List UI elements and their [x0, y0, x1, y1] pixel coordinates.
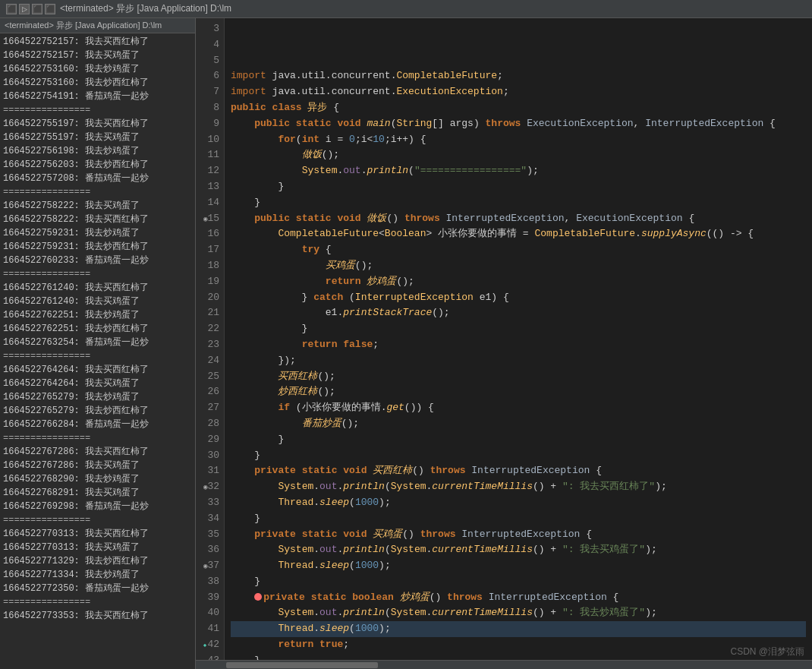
- list-item: 1664522756198: 我去炒鸡蛋了: [3, 144, 192, 158]
- code-line: System.out.println(System.currentTimeMil…: [231, 479, 806, 495]
- list-item: ================: [3, 595, 192, 609]
- code-line: Thread.sleep(1000);: [231, 495, 806, 511]
- list-item: ================: [3, 267, 192, 281]
- list-item: 1664522757208: 番茄鸡蛋一起炒: [3, 172, 192, 185]
- list-item: 1664522755197: 我去买鸡蛋了: [3, 131, 192, 144]
- list-item: 1664522759231: 我去炒西红柿了: [3, 240, 192, 254]
- code-line: for(int i = 0;i<10;i++) {: [231, 132, 806, 148]
- line-number: 16: [199, 226, 219, 242]
- list-item: 1664522752157: 我去买鸡蛋了: [3, 49, 192, 62]
- code-line: public static void 做饭() throws Interrupt…: [231, 211, 806, 227]
- line-number: 43: [199, 653, 219, 660]
- line-number: 3: [199, 21, 219, 37]
- line-number: 9: [199, 116, 219, 132]
- code-line: System.out.println(System.currentTimeMil…: [231, 605, 806, 621]
- code-line: 买鸡蛋();: [231, 258, 806, 274]
- list-item: 1664522768290: 我去炒鸡蛋了: [3, 472, 192, 486]
- list-item: 1664522758222: 我去买西红柿了: [3, 213, 192, 226]
- line-number: 11: [199, 147, 219, 163]
- line-numbers: 34567891011121314◉1516171819202122232425…: [196, 18, 225, 660]
- list-item: 1664522753160: 我去炒西红柿了: [3, 76, 192, 90]
- code-line: return false;: [231, 337, 806, 353]
- code-line: import java.util.concurrent.ExecutionExc…: [231, 84, 806, 100]
- code-line: e1.printStackTrace();: [231, 305, 806, 321]
- line-number: 13: [199, 179, 219, 195]
- toolbar-btn-3[interactable]: ⬛: [32, 4, 42, 14]
- line-number: 20: [199, 290, 219, 306]
- title-bar: ⬛ ▷ ⬛ ⬛ <terminated> 异步 [Java Applicatio…: [0, 0, 812, 18]
- console-output[interactable]: 1664522752157: 我去买西红柿了1664522752157: 我去买…: [0, 33, 195, 669]
- line-number: 30: [199, 448, 219, 464]
- line-number: 6: [199, 68, 219, 84]
- toolbar-btn-1[interactable]: ⬛: [6, 4, 17, 14]
- list-item: 1664522772350: 番茄鸡蛋一起炒: [3, 582, 192, 595]
- list-item: 1664522771334: 我去炒鸡蛋了: [3, 568, 192, 582]
- toolbar-btn-2[interactable]: ▷: [19, 4, 30, 14]
- code-line: }: [231, 432, 806, 448]
- code-line: private static void 买西红柿() throws Interr…: [231, 463, 806, 479]
- line-number: 10: [199, 132, 219, 148]
- code-line: if (小张你要做的事情.get()) {: [231, 400, 806, 416]
- code-line: private static void 买鸡蛋() throws Interru…: [231, 527, 806, 543]
- list-item: 1664522762251: 我去炒西红柿了: [3, 322, 192, 336]
- code-line: import java.util.concurrent.CompletableF…: [231, 68, 806, 84]
- list-item: 1664522754191: 番茄鸡蛋一起炒: [3, 90, 192, 103]
- code-line: public static void main(String[] args) t…: [231, 116, 806, 132]
- watermark: CSDN @泪梦弦雨: [730, 645, 804, 658]
- code-line: 番茄炒蛋();: [231, 416, 806, 432]
- code-line: public class 异步 {: [231, 100, 806, 116]
- list-item: 1664522759231: 我去炒鸡蛋了: [3, 226, 192, 240]
- list-item: 1664522767286: 我去买鸡蛋了: [3, 459, 192, 472]
- line-number: ◉37: [199, 558, 219, 574]
- list-item: 1664522761240: 我去买西红柿了: [3, 281, 192, 295]
- code-line: }: [231, 321, 806, 337]
- list-item: 1664522760233: 番茄鸡蛋一起炒: [3, 254, 192, 267]
- list-item: 1664522766284: 番茄鸡蛋一起炒: [3, 418, 192, 431]
- code-area[interactable]: 34567891011121314◉1516171819202122232425…: [196, 18, 812, 660]
- code-line: return true;: [231, 637, 806, 653]
- code-line: }: [231, 448, 806, 464]
- console-panel: <terminated> 异步 [Java Application] D:\lm…: [0, 18, 196, 669]
- list-item: 1664522756203: 我去炒西红柿了: [3, 158, 192, 172]
- list-item: ================: [3, 513, 192, 527]
- code-line: }: [231, 653, 806, 660]
- list-item: 1664522764264: 我去买鸡蛋了: [3, 377, 192, 390]
- line-number: 14: [199, 195, 219, 211]
- code-line: }: [231, 195, 806, 211]
- code-line: }: [231, 179, 806, 195]
- code-line: Thread.sleep(1000);: [231, 558, 806, 574]
- line-number: 29: [199, 432, 219, 448]
- editor-panel: 34567891011121314◉1516171819202122232425…: [196, 18, 812, 669]
- toolbar-icons[interactable]: ⬛ ▷ ⬛ ⬛: [6, 4, 55, 14]
- code-line: CompletableFuture<Boolean> 小张你要做的事情 = Co…: [231, 226, 806, 242]
- line-number: ⬥42: [199, 637, 219, 653]
- line-number: 33: [199, 495, 219, 511]
- line-number: ◉15: [199, 211, 219, 227]
- scrollbar-thumb[interactable]: [226, 662, 378, 668]
- code-line: 买西红柿();: [231, 369, 806, 385]
- list-item: 1664522764264: 我去买西红柿了: [3, 363, 192, 377]
- line-number: 12: [199, 163, 219, 179]
- console-header: <terminated> 异步 [Java Application] D:\lm: [0, 18, 195, 33]
- code-line: private static boolean 炒鸡蛋() throws Inte…: [231, 590, 806, 606]
- list-item: 1664522758222: 我去买鸡蛋了: [3, 199, 192, 213]
- line-number: 36: [199, 542, 219, 558]
- list-item: 1664522765279: 我去炒鸡蛋了: [3, 390, 192, 404]
- toolbar-btn-4[interactable]: ⬛: [45, 4, 55, 14]
- line-number: 40: [199, 605, 219, 621]
- code-line: });: [231, 353, 806, 369]
- list-item: 1664522752157: 我去买西红柿了: [3, 35, 192, 49]
- code-line: System.out.println("=================");: [231, 163, 806, 179]
- line-number: 41: [199, 621, 219, 637]
- horizontal-scrollbar[interactable]: [196, 660, 812, 669]
- list-item: 1664522773353: 我去买西红柿了: [3, 609, 192, 623]
- list-item: ================: [3, 185, 192, 199]
- list-item: 1664522770313: 我去买西红柿了: [3, 527, 192, 541]
- line-number: 31: [199, 463, 219, 479]
- list-item: 1664522771329: 我去炒西红柿了: [3, 554, 192, 568]
- line-number: 34: [199, 511, 219, 527]
- list-item: 1664522765279: 我去炒西红柿了: [3, 404, 192, 418]
- line-number: 24: [199, 353, 219, 369]
- code-line: try {: [231, 242, 806, 258]
- code-line: System.out.println(System.currentTimeMil…: [231, 542, 806, 558]
